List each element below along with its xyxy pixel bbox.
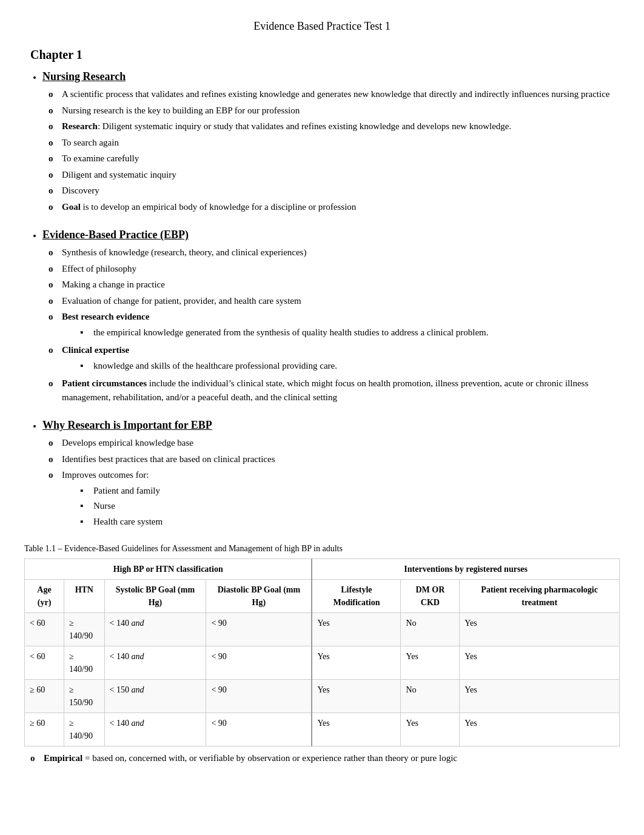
col-htn: HTN [64,580,105,613]
list-item: o Effect of philosophy [49,262,620,276]
bullet: o [49,262,57,276]
table-cell: Yes [460,713,620,746]
bullet: o [49,152,57,166]
item-text: Diligent and systematic inquiry [62,168,620,182]
table-header-right: Interventions by registered nurses [312,559,619,580]
sub-sub-text: Health care system [93,515,163,529]
section-nursing-research: Nursing Research o A scientific process … [42,69,620,213]
ebp-items: o Synthesis of knowledge (research, theo… [42,246,620,404]
square-bullet: ▪ [80,499,89,513]
chapter-heading: Chapter 1 [30,45,620,64]
section-why-research-title: Why Research is Important for EBP [42,419,212,431]
table-row: ≥ 60≥ 150/90< 150 and< 90YesNoYes [25,680,620,713]
item-text: Synthesis of knowledge (research, theory… [62,246,620,260]
sub-sub-text: Patient and family [93,484,160,498]
best-research-subitems: ▪ the empirical knowledge generated from… [62,326,620,340]
col-systolic: Systolic BP Goal (mm Hg) [104,580,206,613]
clinical-expertise-subitems: ▪ knowledge and skills of the healthcare… [62,359,620,373]
bullet: o [49,436,57,450]
bullet: o [49,136,57,150]
sub-sub-item: ▪ the empirical knowledge generated from… [80,326,620,340]
list-item: o Develops empirical knowledge base [49,436,620,450]
list-item: o Synthesis of knowledge (research, theo… [49,246,620,260]
why-research-items: o Develops empirical knowledge base o Id… [42,436,620,530]
table-cell: ≥ 140/90 [64,646,105,680]
square-bullet: ▪ [80,326,89,340]
table-cell: Yes [401,713,460,746]
bullet: o [49,468,57,482]
table-cell: < 90 [206,713,312,746]
table-cell: Yes [460,680,620,713]
table-cell: < 60 [25,646,64,680]
list-item: o Discovery [49,184,620,198]
list-item: o Research: Diligent systematic inquiry … [49,119,620,133]
table-column-headers: Age (yr) HTN Systolic BP Goal (mm Hg) Di… [25,580,620,613]
bullet: o [49,377,57,391]
table-cell: < 150 and [104,680,206,713]
table-cell: < 90 [206,680,312,713]
sub-sub-item: ▪ Patient and family [80,484,620,498]
section-why-research: Why Research is Important for EBP o Deve… [42,417,620,530]
bullet: o [49,184,57,198]
nursing-research-items: o A scientific process that validates an… [42,87,620,213]
item-text: Clinical expertise ▪ knowledge and skill… [62,343,620,374]
square-bullet: ▪ [80,515,89,529]
item-text: To search again [62,136,620,150]
sub-sub-item: ▪ Nurse [80,499,620,513]
bp-guidelines-table: High BP or HTN classification Interventi… [24,558,620,746]
footer-list: o Empirical = based on, concerned with, … [24,751,620,765]
item-text: Identifies best practices that are based… [62,452,620,466]
list-item: o Goal is to develop an empirical body o… [49,200,620,214]
sub-sub-item: ▪ Health care system [80,515,620,529]
col-dm-ckd: DM OR CKD [401,580,460,613]
col-pharmacologic: Patient receiving pharmacologic treatmen… [460,580,620,613]
square-bullet: ▪ [80,484,89,498]
square-bullet: ▪ [80,359,89,373]
list-item: o Clinical expertise ▪ knowledge and ski… [49,343,620,374]
table-cell: Yes [460,613,620,646]
table-header-group-row: High BP or HTN classification Interventi… [25,559,620,580]
main-content-list: Nursing Research o A scientific process … [24,69,620,530]
list-item: o Making a change in practice [49,278,620,292]
col-lifestyle: Lifestyle Modification [312,580,401,613]
item-text: Evaluation of change for patient, provid… [62,294,620,308]
table-cell: < 90 [206,646,312,680]
table-cell: < 90 [206,613,312,646]
item-text: To examine carefully [62,152,620,166]
bullet: o [30,751,39,765]
bullet: o [49,294,57,308]
col-diastolic: Diastolic BP Goal (mm Hg) [206,580,312,613]
table-cell: Yes [312,646,401,680]
sub-sub-text: the empirical knowledge generated from t… [93,326,488,340]
table-caption: Table 1.1 – Evidence-Based Guidelines fo… [24,542,620,555]
table-cell: Yes [460,646,620,680]
bullet: o [49,278,57,292]
item-text: Improves outcomes for: ▪ Patient and fam… [62,468,620,530]
table-cell: Yes [312,680,401,713]
table-row: ≥ 60≥ 140/90< 140 and< 90YesYesYes [25,713,620,746]
item-text: A scientific process that validates and … [62,87,620,101]
item-text: Patient circumstances include the indivi… [62,377,620,404]
item-text: Discovery [62,184,620,198]
table-cell: No [401,680,460,713]
table-cell: ≥ 150/90 [64,680,105,713]
page-title: Evidence Based Practice Test 1 [24,18,620,35]
item-text: Best research evidence ▪ the empirical k… [62,310,620,341]
list-item: o To search again [49,136,620,150]
section-ebp: Evidence-Based Practice (EBP) o Synthesi… [42,227,620,404]
bullet: o [49,200,57,214]
bullet: o [49,168,57,182]
section-ebp-title: Evidence-Based Practice (EBP) [42,229,189,241]
list-item: o Identifies best practices that are bas… [49,452,620,466]
table-row: < 60≥ 140/90< 140 and< 90YesNoYes [25,613,620,646]
item-text: Develops empirical knowledge base [62,436,620,450]
table-cell: Yes [401,646,460,680]
bullet: o [49,119,57,133]
table-row: < 60≥ 140/90< 140 and< 90YesYesYes [25,646,620,680]
sub-sub-item: ▪ knowledge and skills of the healthcare… [80,359,620,373]
list-item: o Patient circumstances include the indi… [49,377,620,404]
section-nursing-research-title: Nursing Research [42,70,126,82]
table-cell: ≥ 60 [25,680,64,713]
table-cell: Yes [312,713,401,746]
bullet: o [49,343,57,357]
